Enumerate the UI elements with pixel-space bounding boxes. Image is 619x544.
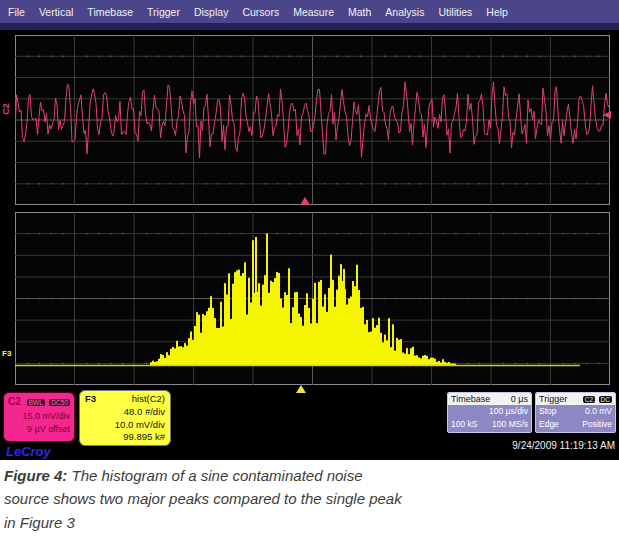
channel-c2-descriptor[interactable]: C2 BWL DC50 15.0 mV/div 9 µV offset (3, 392, 75, 442)
timebase-samples: 100 kS (451, 418, 477, 431)
menu-item-math[interactable]: Math (348, 6, 371, 18)
trace-f3-descriptor[interactable]: F3 hist(C2) 48.0 #/div 10.0 mV/div 99.89… (79, 390, 171, 446)
trigger-panel[interactable]: Trigger C2 DC Stop 0.0 mV Edge Positive (535, 392, 616, 433)
trigger-coupling-badge: DC (599, 396, 612, 403)
c2-descriptor-name: C2 (8, 395, 21, 410)
trigger-badges: C2 DC (582, 394, 612, 404)
lecroy-logo: LeCroy (6, 444, 51, 459)
f3-population: 99.895 k# (85, 431, 165, 444)
datetime-status: 9/24/2009 11:19:13 AM (512, 440, 615, 451)
timebase-title: Timebase (451, 394, 490, 404)
channel-c2-edge-label[interactable]: C2 (1, 98, 11, 120)
trigger-level-arrow-icon[interactable] (603, 111, 611, 119)
menu-item-help[interactable]: Help (486, 6, 508, 18)
c2-coupling-badge: DC50 (49, 399, 70, 406)
menu-item-trigger[interactable]: Trigger (147, 6, 180, 18)
figure-caption: Figure 4: The histogram of a sine contam… (4, 464, 408, 534)
waveform-graticule-top[interactable] (15, 35, 610, 205)
trigger-title: Trigger (539, 394, 567, 404)
trace-f3-edge-label[interactable]: F3 (2, 349, 11, 358)
timebase-rate: 100 MS/s (492, 418, 528, 431)
timebase-delay: 0 µs (511, 394, 528, 404)
trigger-time-marker-icon[interactable] (300, 197, 310, 205)
menu-item-timebase[interactable]: Timebase (87, 6, 133, 18)
menubar-shadow (0, 23, 619, 30)
menu-item-file[interactable]: File (8, 6, 25, 18)
histogram-graticule-bottom[interactable] (15, 212, 610, 385)
timebase-panel[interactable]: Timebase 0 µs 100 µs/div 100 kS 100 MS/s (447, 392, 532, 433)
menu-item-analysis[interactable]: Analysis (385, 6, 424, 18)
trigger-level: 0.0 mV (585, 405, 612, 418)
histogram-center-marker-icon[interactable] (296, 385, 306, 393)
menu-item-utilities[interactable]: Utilities (438, 6, 472, 18)
figure-caption-label: Figure 4: (4, 467, 67, 484)
c2-offset: 9 µV offset (8, 423, 70, 436)
timebase-per-div: 100 µs/div (489, 405, 528, 418)
c2-bwl-badge: BWL (27, 399, 45, 406)
f3-descriptor-name: F3 (85, 393, 96, 406)
noise-trace-plot (15, 35, 610, 205)
histogram-plot (15, 212, 610, 385)
trigger-slope: Positive (582, 418, 612, 431)
c2-volts-per-div: 15.0 mV/div (8, 410, 70, 423)
f3-mv-per-div: 10.0 mV/div (85, 419, 165, 432)
c2-descriptor-badges: BWL DC50 (25, 396, 70, 409)
menu-item-cursors[interactable]: Cursors (242, 6, 279, 18)
screenshot-root: FileVerticalTimebaseTriggerDisplayCursor… (0, 0, 619, 544)
trigger-type: Edge (539, 418, 559, 431)
menu-item-display[interactable]: Display (194, 6, 228, 18)
menu-item-vertical[interactable]: Vertical (39, 6, 73, 18)
trigger-source-badge: C2 (583, 396, 595, 403)
oscilloscope-window: FileVerticalTimebaseTriggerDisplayCursor… (0, 0, 619, 460)
menubar: FileVerticalTimebaseTriggerDisplayCursor… (0, 0, 619, 23)
menu-item-measure[interactable]: Measure (293, 6, 334, 18)
f3-function: hist(C2) (132, 393, 165, 406)
trigger-mode: Stop (539, 405, 557, 418)
f3-counts-per-div: 48.0 #/div (85, 406, 165, 419)
